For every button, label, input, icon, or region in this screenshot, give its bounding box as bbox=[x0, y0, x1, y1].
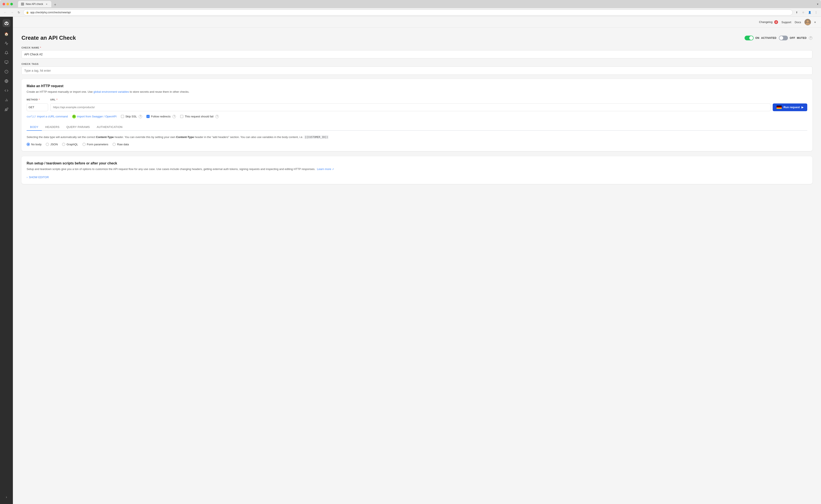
svg-rect-0 bbox=[5, 61, 8, 63]
radio-form-params-circle[interactable] bbox=[82, 143, 86, 146]
docs-link[interactable]: Docs bbox=[795, 21, 801, 24]
radio-raw-data[interactable]: Raw data bbox=[113, 143, 129, 146]
sidebar-item-alerts[interactable] bbox=[2, 49, 11, 57]
radio-json[interactable]: JSON bbox=[46, 143, 58, 146]
required-indicator: * bbox=[40, 46, 41, 49]
learn-more-link[interactable]: Learn more bbox=[317, 167, 331, 171]
reload-button[interactable]: ↻ bbox=[16, 10, 21, 15]
radio-no-body[interactable]: No body bbox=[27, 143, 41, 146]
address-bar[interactable]: 🔒 app.checklyhq.com/checks/new/api bbox=[23, 9, 793, 15]
check-name-input[interactable] bbox=[21, 50, 812, 58]
import-curl-link[interactable]: curl// import a cURL command bbox=[27, 115, 68, 118]
tab-headers[interactable]: HEADERS bbox=[42, 124, 63, 131]
radio-json-label: JSON bbox=[50, 143, 58, 146]
page-title: Create an API Check bbox=[21, 35, 76, 41]
import-swagger-link[interactable]: S import from Swagger / OpenAPI bbox=[72, 115, 117, 118]
radio-form-params[interactable]: Form parameters bbox=[82, 143, 108, 146]
radio-json-circle[interactable] bbox=[46, 143, 49, 146]
env-vars-link[interactable]: global environment variables bbox=[93, 90, 129, 93]
radio-raw-data-circle[interactable] bbox=[113, 143, 116, 146]
minimize-button[interactable] bbox=[6, 3, 9, 5]
request-fail-option[interactable]: This request should fail ? bbox=[180, 115, 219, 118]
svg-point-12 bbox=[807, 20, 809, 23]
radio-graphql-circle[interactable] bbox=[62, 143, 65, 146]
sidebar-item-code[interactable] bbox=[2, 86, 11, 95]
url-text: app.checklyhq.com/checks/new/api bbox=[30, 11, 71, 14]
sidebar-expand-button[interactable]: › bbox=[2, 493, 11, 501]
bookmark-button[interactable]: ⬆ bbox=[794, 10, 799, 15]
request-tabs: BODY HEADERS QUERY PARAMS AUTHENTICATION bbox=[27, 124, 807, 131]
method-required: * bbox=[39, 98, 40, 101]
user-profile-button[interactable]: 👤 bbox=[807, 10, 812, 15]
activated-toggle[interactable] bbox=[745, 36, 754, 40]
user-dropdown-chevron[interactable]: ▾ bbox=[814, 21, 816, 24]
activated-label: ACTIVATED bbox=[761, 36, 776, 39]
request-fail-checkbox[interactable] bbox=[180, 115, 183, 118]
browser-tab-active[interactable]: New API check ✕ bbox=[18, 1, 51, 7]
fullscreen-button[interactable] bbox=[10, 3, 13, 5]
radio-graphql[interactable]: GraphQL bbox=[62, 143, 78, 146]
run-request-button[interactable]: Run request ▶ bbox=[773, 103, 807, 111]
method-select[interactable]: GET POST PUT DELETE PATCH bbox=[27, 103, 48, 111]
show-editor-button[interactable]: › SHOW EDITOR bbox=[27, 176, 49, 179]
off-label: OFF bbox=[790, 36, 795, 39]
forward-button[interactable]: → bbox=[9, 10, 15, 15]
check-tags-label: CHECK TAGS bbox=[21, 63, 812, 65]
sidebar-item-monitors[interactable] bbox=[2, 58, 11, 67]
skip-ssl-help-icon[interactable]: ? bbox=[139, 115, 142, 118]
muted-toggle[interactable] bbox=[779, 36, 788, 40]
follow-redirects-option[interactable]: Follow redirects ? bbox=[146, 115, 176, 118]
method-url-labels: METHOD * URL * bbox=[27, 98, 807, 102]
sidebar-item-analytics[interactable] bbox=[2, 96, 11, 104]
http-card-title: Make an HTTP request bbox=[27, 84, 807, 88]
support-link[interactable]: Support bbox=[781, 21, 791, 24]
sidebar-item-hints[interactable] bbox=[2, 67, 11, 76]
check-name-label: CHECK NAME * bbox=[21, 46, 812, 49]
tab-authentication[interactable]: AUTHENTICATION bbox=[93, 124, 126, 131]
app-logo[interactable]: 🐼 bbox=[3, 19, 10, 27]
tab-close-button[interactable]: ✕ bbox=[45, 2, 48, 6]
activated-toggle-group: ON ACTIVATED bbox=[745, 36, 776, 40]
radio-form-params-label: Form parameters bbox=[87, 143, 108, 146]
sidebar: 🐼 🏠 bbox=[0, 17, 13, 504]
sidebar-item-activity[interactable] bbox=[2, 39, 11, 48]
http-request-card: Make an HTTP request Create an HTTP requ… bbox=[21, 79, 812, 151]
more-options-button[interactable]: ⋮ bbox=[814, 10, 818, 15]
run-btn-icon: ▶ bbox=[801, 106, 803, 109]
skip-ssl-checkbox[interactable] bbox=[121, 115, 124, 118]
sidebar-item-deploy[interactable] bbox=[2, 105, 11, 114]
star-button[interactable]: ☆ bbox=[801, 10, 806, 15]
teardown-description: Setup and teardown scripts give you a to… bbox=[27, 167, 807, 171]
request-fail-label: This request should fail bbox=[185, 115, 213, 118]
app-wrapper: 🐼 🏠 bbox=[0, 17, 821, 504]
teardown-title: Run setup / teardown scripts before or a… bbox=[27, 161, 807, 165]
user-avatar[interactable] bbox=[804, 19, 811, 25]
request-fail-help-icon[interactable]: ? bbox=[215, 115, 219, 118]
changelog-link[interactable]: Changelog 4 bbox=[759, 20, 778, 24]
external-link-icon: ↗ bbox=[332, 168, 334, 170]
method-label: METHOD * bbox=[27, 98, 48, 101]
skip-ssl-option[interactable]: Skip SSL ? bbox=[121, 115, 142, 118]
changelog-badge: 4 bbox=[774, 20, 778, 24]
tab-dropdown-icon[interactable]: ▾ bbox=[817, 2, 818, 6]
check-tags-input[interactable] bbox=[21, 67, 812, 75]
method-select-wrapper: GET POST PUT DELETE PATCH bbox=[27, 103, 48, 111]
sidebar-item-globe[interactable] bbox=[2, 77, 11, 85]
muted-label: MUTED bbox=[797, 36, 807, 39]
url-input[interactable] bbox=[50, 103, 771, 111]
muted-help-icon[interactable]: ? bbox=[809, 36, 812, 40]
back-button[interactable]: ← bbox=[3, 10, 8, 15]
tab-query-params[interactable]: QUERY PARAMS bbox=[63, 124, 93, 131]
content-type-label-2: Content-Type bbox=[176, 135, 194, 139]
new-tab-button[interactable]: + bbox=[53, 2, 58, 7]
radio-no-body-circle[interactable] bbox=[27, 143, 30, 146]
follow-redirects-help-icon[interactable]: ? bbox=[172, 115, 176, 118]
ssl-lock-icon: 🔒 bbox=[26, 11, 29, 14]
sidebar-item-home[interactable]: 🏠 bbox=[2, 30, 11, 38]
follow-redirects-checkbox[interactable] bbox=[146, 115, 150, 118]
tab-bar: New API check ✕ + bbox=[18, 1, 815, 7]
tab-body[interactable]: BODY bbox=[27, 124, 42, 131]
close-button[interactable] bbox=[3, 3, 5, 5]
radio-raw-data-label: Raw data bbox=[117, 143, 129, 146]
url-label: URL * bbox=[50, 98, 807, 101]
